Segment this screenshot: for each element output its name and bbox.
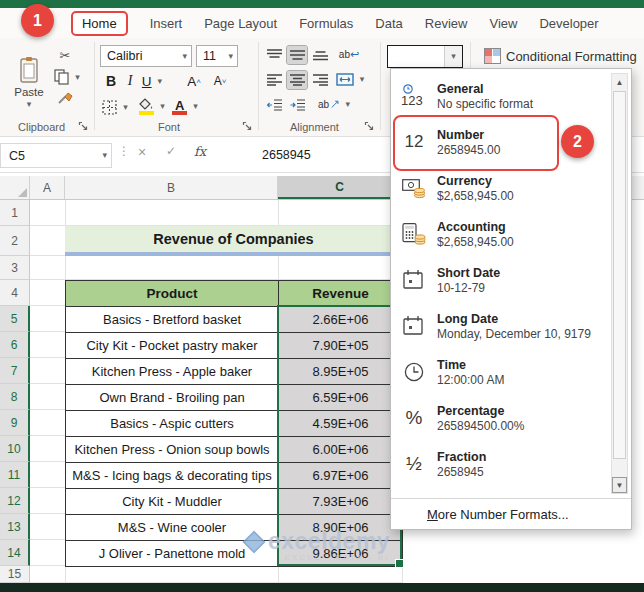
column-header-a[interactable]: A xyxy=(30,176,65,199)
format-option-short-date[interactable]: Short Date10-12-79 xyxy=(391,257,609,303)
row-header-7[interactable]: 7 xyxy=(0,358,30,384)
row-header-8[interactable]: 8 xyxy=(0,384,30,410)
row-header-4[interactable]: 4 xyxy=(0,280,30,306)
tab-insert[interactable]: Insert xyxy=(150,16,183,31)
row-header-13[interactable]: 13 xyxy=(0,514,30,540)
grid-row[interactable] xyxy=(30,566,402,583)
dropdown-scrollbar[interactable]: ▲ ▼ xyxy=(611,73,628,494)
font-color-button[interactable]: A ▾ xyxy=(172,94,202,118)
format-option-long-date[interactable]: Long DateMonday, December 10, 9179 xyxy=(391,303,609,349)
format-option-time[interactable]: Time12:00:00 AM xyxy=(391,349,609,395)
column-header-c[interactable]: C xyxy=(278,176,402,199)
row-header-15[interactable]: 15 xyxy=(0,566,30,583)
decrease-indent-button[interactable] xyxy=(264,96,284,114)
wrap-text-button[interactable]: ab ↩ xyxy=(336,44,362,64)
paste-button[interactable]: Paste ▾ xyxy=(8,44,50,120)
row-header-1[interactable]: 1 xyxy=(0,200,30,226)
bottom-align-button[interactable] xyxy=(310,46,330,64)
product-header-cell[interactable]: Product xyxy=(66,281,279,307)
italic-button[interactable]: I xyxy=(122,71,138,91)
scroll-down-button[interactable]: ▼ xyxy=(612,477,627,493)
product-cell[interactable]: Basics - Aspic cutters xyxy=(66,411,279,437)
format-option-currency[interactable]: Currency$2,658,945.00 xyxy=(391,165,609,211)
bold-button[interactable]: B xyxy=(102,71,120,91)
tab-view[interactable]: View xyxy=(489,16,517,31)
borders-button[interactable]: ▾ xyxy=(102,96,132,118)
row-header-9[interactable]: 9 xyxy=(0,410,30,436)
row-header-14[interactable]: 14 xyxy=(0,540,30,566)
tab-page-layout[interactable]: Page Layout xyxy=(204,16,277,31)
drag-handle-icon[interactable]: ⋮ xyxy=(118,144,130,158)
format-option-percentage[interactable]: % Percentage265894500.00% xyxy=(391,395,609,441)
row-header-5[interactable]: 5 xyxy=(0,306,30,332)
insert-function-button[interactable]: fx xyxy=(194,144,206,159)
increase-font-size-button[interactable]: A˄ xyxy=(182,71,206,91)
format-option-general[interactable]: 123 GeneralNo specific format xyxy=(391,73,609,119)
grid-row[interactable] xyxy=(30,256,402,280)
revenue-cell[interactable]: 4.59E+06 xyxy=(279,411,403,437)
row-header-2[interactable]: 2 xyxy=(0,226,30,256)
formula-input[interactable]: 2658945 xyxy=(262,148,311,162)
product-cell[interactable]: Own Brand - Broiling pan xyxy=(66,385,279,411)
tab-review[interactable]: Review xyxy=(425,16,468,31)
align-right-button[interactable] xyxy=(310,71,330,89)
product-cell[interactable]: J Oliver - Panettone mold xyxy=(66,541,279,567)
chevron-down-icon[interactable]: ▾ xyxy=(444,46,462,67)
product-cell[interactable]: Kitchen Press - Apple baker xyxy=(66,359,279,385)
product-cell[interactable]: Kitchen Press - Onion soup bowls xyxy=(66,437,279,463)
revenue-cell[interactable]: 8.90E+06 xyxy=(279,515,403,541)
align-center-button[interactable] xyxy=(287,71,307,89)
row-header-3[interactable]: 3 xyxy=(0,256,30,280)
more-number-formats[interactable]: More Number Formats... xyxy=(391,498,631,529)
underline-button[interactable]: U ▾ xyxy=(140,71,168,91)
enter-button[interactable]: ✓ xyxy=(166,144,176,158)
sheet-title-cell[interactable]: Revenue of Companies xyxy=(65,226,402,256)
font-name-combobox[interactable]: Calibri ▾ xyxy=(100,45,192,67)
tab-data[interactable]: Data xyxy=(375,16,402,31)
revenue-cell[interactable]: 6.59E+06 xyxy=(279,385,403,411)
revenue-cell[interactable]: 8.95E+05 xyxy=(279,359,403,385)
revenue-cell[interactable]: 6.00E+06 xyxy=(279,437,403,463)
row-header-10[interactable]: 10 xyxy=(0,436,30,462)
product-cell[interactable]: M&S - Wine cooler xyxy=(66,515,279,541)
product-cell[interactable]: City Kit - Muddler xyxy=(66,489,279,515)
scrollbar-thumb[interactable] xyxy=(613,91,626,459)
row-header-12[interactable]: 12 xyxy=(0,488,30,514)
scroll-up-button[interactable]: ▲ xyxy=(612,74,627,90)
cancel-button[interactable]: × xyxy=(138,144,146,160)
grid-row[interactable] xyxy=(30,200,402,226)
align-left-button[interactable] xyxy=(264,71,284,89)
number-format-combobox[interactable]: ▾ xyxy=(387,45,463,68)
name-box[interactable]: C5 ▾ xyxy=(0,143,112,168)
increase-indent-button[interactable] xyxy=(287,96,307,114)
row-header-11[interactable]: 11 xyxy=(0,462,30,488)
fill-color-button[interactable]: ▾ xyxy=(138,94,168,118)
alignment-dialog-launcher[interactable] xyxy=(364,121,375,132)
cut-button[interactable]: ✂ xyxy=(54,46,76,64)
revenue-cell[interactable]: 7.93E+06 xyxy=(279,489,403,515)
copy-button[interactable]: ▾ xyxy=(54,68,84,86)
format-option-accounting[interactable]: Accounting$2,658,945.00 xyxy=(391,211,609,257)
conditional-formatting-button[interactable]: Conditional Formatting ▾ xyxy=(484,46,642,66)
revenue-cell[interactable]: 7.90E+05 xyxy=(279,333,403,359)
clipboard-dialog-launcher[interactable] xyxy=(78,121,89,132)
product-cell[interactable]: Basics - Bretford basket xyxy=(66,307,279,333)
tab-home[interactable]: Home xyxy=(71,11,128,36)
middle-align-button[interactable] xyxy=(287,46,307,64)
tab-formulas[interactable]: Formulas xyxy=(299,16,353,31)
decrease-font-size-button[interactable]: A˅ xyxy=(208,71,232,91)
orientation-button[interactable]: ab ▾ xyxy=(318,94,354,114)
format-option-fraction[interactable]: ½ Fraction2658945 xyxy=(391,441,609,487)
row-header-6[interactable]: 6 xyxy=(0,332,30,358)
font-size-combobox[interactable]: 11 ▾ xyxy=(196,45,238,67)
tab-developer[interactable]: Developer xyxy=(539,16,598,31)
revenue-cell[interactable]: 9.86E+06 xyxy=(279,541,403,567)
select-all-corner[interactable] xyxy=(0,176,30,199)
font-dialog-launcher[interactable] xyxy=(242,121,253,132)
product-cell[interactable]: City Kit - Pocket pastry maker xyxy=(66,333,279,359)
top-align-button[interactable] xyxy=(264,46,284,64)
format-painter-button[interactable] xyxy=(54,90,76,108)
merge-center-button[interactable]: ▾ xyxy=(334,69,370,89)
revenue-cell[interactable]: 2.66E+06 xyxy=(279,307,403,333)
product-cell[interactable]: M&S - Icing bags & decorating tips xyxy=(66,463,279,489)
